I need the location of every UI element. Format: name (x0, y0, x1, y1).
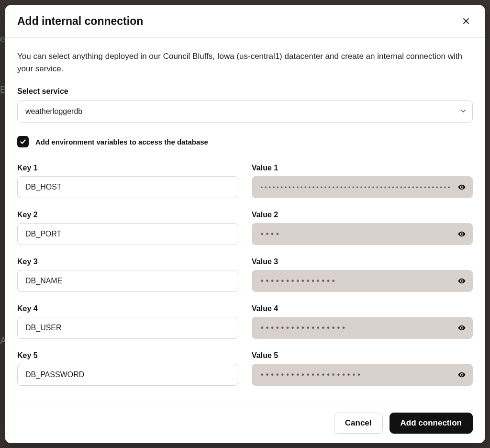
env-key-input[interactable] (17, 317, 238, 339)
modal-footer: Cancel Add connection (5, 404, 485, 443)
env-key-input[interactable] (17, 364, 238, 386)
env-key-label: Key 2 (17, 211, 238, 219)
eye-icon (457, 277, 466, 285)
eye-icon (457, 324, 466, 332)
env-vars-checkbox-row: Add environment variables to access the … (17, 136, 473, 147)
close-icon (462, 17, 470, 25)
env-vars-checkbox-label: Add environment variables to access the … (35, 138, 208, 146)
env-value-input[interactable] (252, 364, 473, 386)
env-key-label: Key 5 (17, 351, 238, 360)
reveal-value-button[interactable] (456, 322, 468, 334)
reveal-value-button[interactable] (456, 369, 468, 381)
env-value-wrap (252, 317, 473, 339)
env-key-label: Key 4 (17, 304, 238, 313)
env-key-label: Key 1 (17, 164, 238, 172)
env-value-input[interactable] (252, 317, 473, 339)
modal-description: You can select anything deployed in our … (17, 50, 473, 75)
add-connection-button[interactable]: Add connection (390, 413, 473, 434)
modal-body: You can select anything deployed in our … (5, 38, 485, 404)
env-value-wrap (252, 223, 473, 245)
env-value-input[interactable] (252, 270, 473, 292)
reveal-value-button[interactable] (456, 275, 468, 287)
close-button[interactable] (459, 14, 473, 28)
env-vars-grid: Key 1Value 1Key 2Value 2Key 3Value 3Key … (17, 164, 473, 386)
env-value-label: Value 5 (252, 351, 473, 360)
modal-header: Add internal connection (5, 5, 485, 38)
env-key-input[interactable] (17, 270, 238, 292)
check-icon (20, 138, 26, 145)
reveal-value-button[interactable] (456, 181, 468, 193)
env-value-label: Value 1 (252, 164, 473, 172)
reveal-value-button[interactable] (456, 228, 468, 240)
env-value-wrap (252, 176, 473, 198)
eye-icon (457, 230, 466, 238)
select-service-dropdown[interactable] (17, 101, 473, 123)
eye-icon (457, 183, 466, 191)
select-service-wrap (17, 101, 473, 123)
env-value-wrap (252, 270, 473, 292)
env-value-input[interactable] (252, 176, 473, 198)
env-value-label: Value 3 (252, 258, 473, 266)
env-key-label: Key 3 (17, 258, 238, 266)
env-value-label: Value 2 (252, 211, 473, 219)
env-value-input[interactable] (252, 223, 473, 245)
eye-icon (457, 370, 466, 379)
add-internal-connection-modal: Add internal connection You can select a… (5, 5, 485, 443)
env-key-input[interactable] (17, 223, 238, 245)
modal-title: Add internal connection (17, 15, 143, 28)
env-value-label: Value 4 (252, 304, 473, 313)
cancel-button[interactable]: Cancel (334, 413, 383, 434)
select-service-label: Select service (17, 87, 473, 96)
env-key-input[interactable] (17, 176, 238, 198)
env-value-wrap (252, 364, 473, 386)
env-vars-checkbox[interactable] (17, 136, 29, 147)
